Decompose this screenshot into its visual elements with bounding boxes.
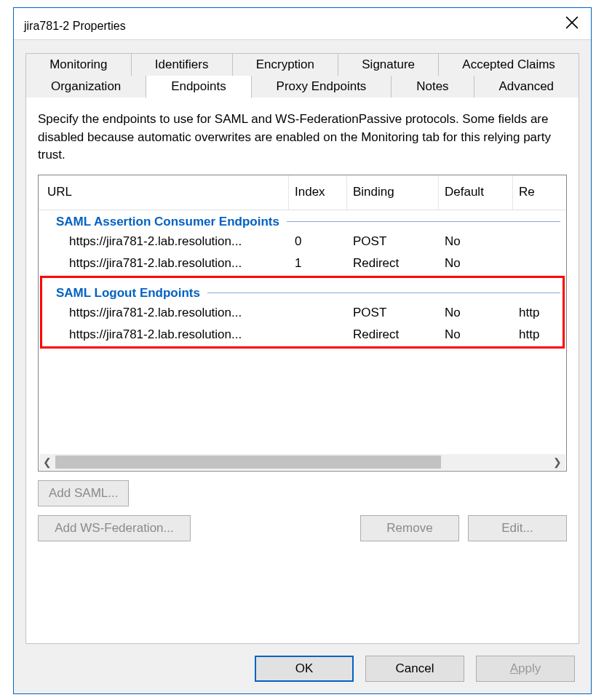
add-saml-row: Add SAML... bbox=[38, 480, 567, 506]
tab-organization[interactable]: Organization bbox=[25, 76, 146, 98]
cell-index: 1 bbox=[289, 256, 347, 271]
scroll-right-icon[interactable]: ❯ bbox=[549, 454, 565, 470]
close-button[interactable] bbox=[559, 11, 585, 37]
group-label: SAML Assertion Consumer Endpoints bbox=[56, 215, 279, 229]
cell-response: http bbox=[513, 306, 566, 320]
tab-monitoring[interactable]: Monitoring bbox=[25, 53, 132, 76]
cell-default: No bbox=[439, 327, 513, 342]
properties-dialog: jira781-2 Properties Monitoring Identifi… bbox=[13, 7, 592, 694]
cell-binding: POST bbox=[347, 306, 439, 320]
col-url[interactable]: URL bbox=[39, 175, 289, 210]
group-header-consumer[interactable]: SAML Assertion Consumer Endpoints bbox=[39, 210, 566, 231]
edit-button[interactable]: Edit... bbox=[468, 515, 567, 541]
tab-accepted-claims[interactable]: Accepted Claims bbox=[438, 53, 579, 76]
cell-url: https://jira781-2.lab.resolution... bbox=[39, 327, 289, 342]
cell-binding: Redirect bbox=[347, 327, 439, 342]
apply-button[interactable]: Apply bbox=[476, 656, 575, 682]
dialog-button-row: OK Cancel Apply bbox=[25, 644, 579, 682]
group-label: SAML Logout Endpoints bbox=[56, 286, 200, 301]
table-row[interactable]: https://jira781-2.lab.resolution... POST… bbox=[39, 302, 566, 324]
cell-default: No bbox=[439, 234, 513, 249]
tab-strip: Monitoring Identifiers Encryption Signat… bbox=[25, 53, 579, 98]
apply-accelerator: A bbox=[510, 661, 518, 676]
scroll-left-icon[interactable]: ❮ bbox=[39, 454, 55, 470]
dialog-client: Monitoring Identifiers Encryption Signat… bbox=[14, 40, 591, 693]
group-header-logout[interactable]: SAML Logout Endpoints bbox=[39, 282, 566, 302]
endpoints-panel: Specify the endpoints to use for SAML an… bbox=[25, 97, 579, 644]
tab-advanced[interactable]: Advanced bbox=[474, 76, 579, 98]
tab-identifiers[interactable]: Identifiers bbox=[131, 53, 233, 76]
col-response[interactable]: Re bbox=[513, 175, 566, 210]
tab-endpoints[interactable]: Endpoints bbox=[146, 76, 251, 98]
table-body: SAML Assertion Consumer Endpoints https:… bbox=[39, 210, 566, 346]
tab-notes[interactable]: Notes bbox=[391, 76, 474, 98]
ok-button[interactable]: OK bbox=[255, 656, 354, 682]
cancel-button[interactable]: Cancel bbox=[365, 656, 464, 682]
cell-url: https://jira781-2.lab.resolution... bbox=[39, 256, 289, 271]
cell-url: https://jira781-2.lab.resolution... bbox=[39, 306, 289, 320]
add-wsfederation-button[interactable]: Add WS-Federation... bbox=[38, 515, 191, 541]
col-index[interactable]: Index bbox=[289, 175, 347, 210]
group-divider bbox=[207, 293, 560, 293]
remove-button[interactable]: Remove bbox=[360, 515, 459, 541]
scroll-track[interactable] bbox=[55, 456, 549, 469]
tab-encryption[interactable]: Encryption bbox=[232, 53, 339, 76]
cell-response: http bbox=[513, 327, 566, 342]
table-header: URL Index Binding Default Re bbox=[39, 175, 566, 210]
cell-url: https://jira781-2.lab.resolution... bbox=[39, 234, 289, 249]
close-icon bbox=[565, 16, 579, 31]
panel-description: Specify the endpoints to use for SAML an… bbox=[38, 111, 567, 164]
cell-default: No bbox=[439, 306, 513, 320]
col-binding[interactable]: Binding bbox=[347, 175, 439, 210]
horizontal-scrollbar[interactable]: ❮ ❯ bbox=[39, 454, 565, 470]
endpoints-table[interactable]: URL Index Binding Default Re SAML Assert… bbox=[38, 175, 567, 472]
window-title: jira781-2 Properties bbox=[24, 16, 126, 32]
scroll-thumb[interactable] bbox=[55, 456, 441, 469]
apply-rest: pply bbox=[518, 661, 541, 676]
add-wsfed-row: Add WS-Federation... Remove Edit... bbox=[38, 515, 567, 541]
titlebar: jira781-2 Properties bbox=[14, 8, 591, 40]
add-saml-button[interactable]: Add SAML... bbox=[38, 480, 129, 506]
cell-binding: POST bbox=[347, 234, 439, 249]
group-divider bbox=[287, 221, 560, 222]
tab-signature[interactable]: Signature bbox=[338, 53, 439, 76]
col-default[interactable]: Default bbox=[439, 175, 513, 210]
tab-proxy-endpoints[interactable]: Proxy Endpoints bbox=[251, 76, 392, 98]
cell-index: 0 bbox=[289, 234, 347, 249]
cell-default: No bbox=[439, 256, 513, 271]
table-row[interactable]: https://jira781-2.lab.resolution... Redi… bbox=[39, 324, 566, 346]
table-row[interactable]: https://jira781-2.lab.resolution... 0 PO… bbox=[39, 231, 566, 252]
table-row[interactable]: https://jira781-2.lab.resolution... 1 Re… bbox=[39, 252, 566, 274]
cell-binding: Redirect bbox=[347, 256, 439, 271]
